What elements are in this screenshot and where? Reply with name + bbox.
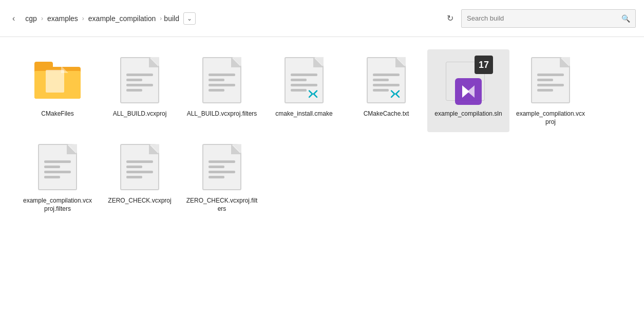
file-item-example_compilation_sln[interactable]: 17 example_compilation.sln [427,49,509,132]
file-item-all_build_vcxproj_filters[interactable]: ALL_BUILD.vcxproj.filters [181,49,263,132]
file-icon [279,56,329,105]
file-label: ALL_BUILD.vcxproj.filters [187,110,257,118]
file-label: example_compilation.vcxproj.filters [22,197,93,213]
breadcrumb: cgp › examples › example_compilation › b… [23,12,439,25]
file-icon [197,56,247,105]
file-label: ZERO_CHECK.vcxproj.filters [186,197,258,213]
file-item-cmakecache[interactable]: CMakeCache.txt [345,49,427,132]
sln-badge: 17 [475,56,493,74]
file-icon [115,56,164,105]
file-item-example_compilation_vcxproj_filters[interactable]: example_compilation.vcxproj.filters [16,136,99,219]
file-item-cmake_install[interactable]: cmake_install.cmake [263,49,345,132]
search-input[interactable] [467,14,621,22]
vscode-badge [306,86,320,100]
breadcrumb-cgp[interactable]: cgp [23,13,39,24]
file-item-example_compilation_vcxproj[interactable]: example_compilation.vcxproj [509,49,592,132]
file-icon [197,142,247,192]
search-box: 🔍 [461,9,636,28]
refresh-button[interactable]: ↻ [443,11,457,26]
file-label: example_compilation.sln [434,110,502,118]
file-icon [115,142,164,192]
file-label: ZERO_CHECK.vcxproj [108,197,171,205]
file-label: CMakeCache.txt [364,110,409,118]
address-bar: ‹ cgp › examples › example_compilation ›… [0,0,644,37]
file-item-zero_check_vcxproj[interactable]: ZERO_CHECK.vcxproj [99,136,181,219]
breadcrumb-build[interactable]: build [164,14,179,23]
file-item-zero_check_vcxproj_filters[interactable]: ZERO_CHECK.vcxproj.filters [181,136,263,219]
folder-icon [33,56,82,105]
file-label: cmake_install.cmake [275,110,332,118]
vscode-badge [388,86,403,100]
breadcrumb-examples[interactable]: examples [45,13,80,24]
file-icon [526,56,575,105]
search-icon: 🔍 [621,14,630,23]
file-label: example_compilation.vcxproj [515,110,586,126]
breadcrumb-example-compilation[interactable]: example_compilation [86,13,158,24]
file-grid: CMakeFiles ALL_BUILD.vcxproj ALL_BUILD.v… [0,37,644,235]
file-icon [362,56,411,105]
file-item-cmakefiles[interactable]: CMakeFiles [16,49,99,132]
file-label: CMakeFiles [41,110,73,118]
file-label: ALL_BUILD.vcxproj [113,110,167,118]
file-icon [33,142,82,192]
back-button[interactable]: ‹ [8,12,19,25]
sln-icon: 17 [444,56,493,105]
file-item-all_build_vcxproj[interactable]: ALL_BUILD.vcxproj [99,49,181,132]
breadcrumb-dropdown[interactable]: ⌄ [183,12,196,25]
